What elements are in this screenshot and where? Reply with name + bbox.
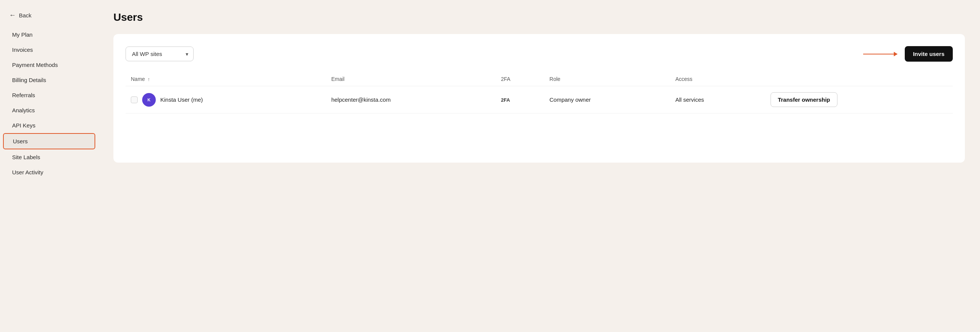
col-header-role: Role <box>544 72 670 86</box>
col-header-name: Name ↑ <box>126 72 326 86</box>
sidebar-item-api-keys[interactable]: API Keys <box>3 118 95 133</box>
sidebar-item-my-plan[interactable]: My Plan <box>3 27 95 42</box>
content-card: All WP sitesSpecific site ▾ Invite users <box>113 34 965 163</box>
back-button[interactable]: ← Back <box>0 8 98 27</box>
sites-filter-select[interactable]: All WP sitesSpecific site <box>126 46 194 61</box>
col-header-email: Email <box>326 72 496 86</box>
user-name: Kinsta User (me) <box>160 97 203 103</box>
toolbar-right: Invite users <box>863 46 953 62</box>
row-checkbox[interactable] <box>131 97 138 103</box>
toolbar: All WP sitesSpecific site ▾ Invite users <box>126 46 953 62</box>
sidebar-item-payment-methods[interactable]: Payment Methods <box>3 57 95 72</box>
col-header-access: Access <box>670 72 765 86</box>
col-header-actions <box>765 72 953 86</box>
sidebar-item-billing-details[interactable]: Billing Details <box>3 73 95 87</box>
sidebar-item-user-activity[interactable]: User Activity <box>3 165 95 180</box>
svg-text:K: K <box>148 98 151 102</box>
sidebar-item-users[interactable]: Users <box>3 133 95 149</box>
cell-role: Company owner <box>544 86 670 113</box>
name-cell: K Kinsta User (me) <box>131 93 321 106</box>
invite-users-button[interactable]: Invite users <box>905 46 953 62</box>
avatar: K <box>142 93 156 106</box>
cell-2fa: 2FA <box>496 86 544 113</box>
back-arrow-icon: ← <box>9 11 16 19</box>
2fa-badge: 2FA <box>501 97 510 103</box>
col-header-2fa: 2FA <box>496 72 544 86</box>
table-row: K Kinsta User (me) helpcenter@kinsta.com… <box>126 86 953 113</box>
sidebar-item-analytics[interactable]: Analytics <box>3 103 95 118</box>
cell-name: K Kinsta User (me) <box>126 86 326 113</box>
arrow-line <box>863 54 897 54</box>
page-title: Users <box>113 11 965 24</box>
transfer-ownership-button[interactable]: Transfer ownership <box>770 92 837 107</box>
sidebar: ← Back My PlanInvoicesPayment MethodsBil… <box>0 0 98 332</box>
back-label: Back <box>19 12 31 19</box>
sidebar-item-site-labels[interactable]: Site Labels <box>3 150 95 165</box>
filter-select-wrapper: All WP sitesSpecific site ▾ <box>126 46 194 61</box>
cell-actions: Transfer ownership <box>765 86 953 113</box>
sidebar-item-referrals[interactable]: Referrals <box>3 88 95 102</box>
sidebar-item-invoices[interactable]: Invoices <box>3 42 95 57</box>
cell-email: helpcenter@kinsta.com <box>326 86 496 113</box>
table-body: K Kinsta User (me) helpcenter@kinsta.com… <box>126 86 953 113</box>
sort-arrow-icon: ↑ <box>148 76 150 82</box>
main-content: Users All WP sitesSpecific site ▾ Invite… <box>98 0 980 332</box>
table-head: Name ↑ Email 2FA Role Access <box>126 72 953 86</box>
table-header-row: Name ↑ Email 2FA Role Access <box>126 72 953 86</box>
cell-access: All services <box>670 86 765 113</box>
sidebar-nav: My PlanInvoicesPayment MethodsBilling De… <box>0 27 98 180</box>
users-table: Name ↑ Email 2FA Role Access <box>126 72 953 113</box>
arrow-indicator <box>863 54 897 54</box>
